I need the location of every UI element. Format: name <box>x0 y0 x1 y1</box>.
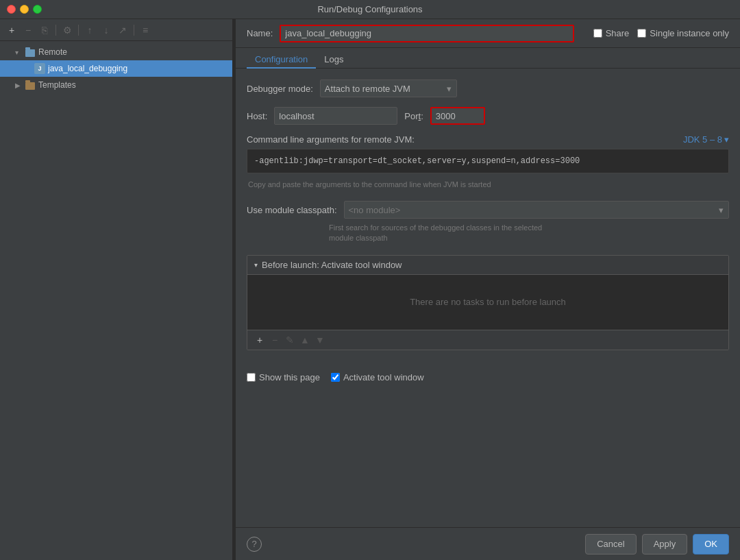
tab-logs-label: Logs <box>324 54 343 64</box>
apply-label: Apply <box>654 539 676 549</box>
port-label: Port: <box>404 111 423 121</box>
bl-up-button[interactable]: ▲ <box>298 333 312 347</box>
ok-label: OK <box>704 539 717 549</box>
bl-remove-button[interactable]: − <box>268 333 282 347</box>
sidebar-tree[interactable]: ▾ Remote J java_local_debugging ▶ <box>0 41 232 560</box>
module-select[interactable]: <no module> <box>344 201 729 219</box>
bl-up-icon: ▲ <box>300 334 310 345</box>
toolbar-separator-3 <box>134 25 134 36</box>
before-launch-title: Before launch: Activate tool window <box>262 260 402 270</box>
ok-button[interactable]: OK <box>693 534 729 555</box>
share-checkbox[interactable] <box>593 29 602 38</box>
name-input[interactable] <box>280 25 574 42</box>
bl-add-button[interactable]: + <box>253 333 267 347</box>
main-container: + − ⎘ ⚙ ↑ ↓ ↗ ≡ <box>0 19 740 560</box>
single-instance-checkbox[interactable] <box>637 29 646 38</box>
sidebar-item-java-local-debugging[interactable]: J java_local_debugging <box>0 60 232 77</box>
before-launch-section: ▾ Before launch: Activate tool window Th… <box>247 255 729 350</box>
show-page-checkbox[interactable] <box>247 373 256 382</box>
config-panel: Debugger mode: Attach to remote JVM List… <box>236 69 740 527</box>
copy-icon: ⎘ <box>42 25 47 36</box>
before-launch-header[interactable]: ▾ Before launch: Activate tool window <box>247 256 728 275</box>
single-instance-label: Single instance only <box>650 28 729 38</box>
classpath-row: Use module classpath: <no module> First … <box>247 201 729 245</box>
activate-window-checkbox-label[interactable]: Activate tool window <box>331 372 424 382</box>
no-tasks-text: There are no tasks to run before launch <box>410 297 566 307</box>
debugger-mode-label: Debugger mode: <box>247 84 313 94</box>
name-right-options: Share Single instance only <box>593 28 729 38</box>
arrow-up-button[interactable]: ↑ <box>82 23 97 38</box>
remote-label: Remote <box>38 47 67 57</box>
bl-edit-button[interactable]: ✎ <box>283 333 297 347</box>
classpath-header: Use module classpath: <no module> <box>247 201 729 219</box>
sort-icon: ≡ <box>143 25 148 36</box>
maximize-button[interactable] <box>33 5 42 14</box>
copy-config-button[interactable]: ⎘ <box>37 23 52 38</box>
jdk-chevron-icon: ▾ <box>724 134 729 145</box>
launch-checkboxes: Show this page Activate tool window <box>247 367 729 388</box>
title-bar: Run/Debug Configurations <box>0 0 740 19</box>
remove-config-button[interactable]: − <box>21 23 36 38</box>
bottom-bar: ? Cancel Apply OK <box>236 527 740 560</box>
minimize-button[interactable] <box>20 5 29 14</box>
show-page-checkbox-label[interactable]: Show this page <box>247 372 320 382</box>
jdk-link[interactable]: JDK 5 – 8 ▾ <box>683 134 729 145</box>
config-icon: J <box>34 63 45 74</box>
templates-icon <box>25 80 36 90</box>
activate-window-checkbox[interactable] <box>331 373 340 382</box>
cmd-header: Command line arguments for remote JVM: J… <box>247 134 729 145</box>
close-button[interactable] <box>7 5 16 14</box>
tab-configuration[interactable]: Configuration <box>247 51 316 69</box>
move-to-group-button[interactable]: ↗ <box>115 23 130 38</box>
bl-down-button[interactable]: ▼ <box>313 333 327 347</box>
port-input[interactable] <box>430 107 485 125</box>
tab-logs[interactable]: Logs <box>316 51 352 69</box>
before-launch-toolbar: + − ✎ ▲ ▼ <box>247 330 728 350</box>
tree-arrow-templates: ▶ <box>15 82 25 89</box>
toolbar-separator-2 <box>78 25 79 36</box>
bl-down-icon: ▼ <box>315 334 325 345</box>
host-input[interactable] <box>274 107 397 125</box>
config-file-icon: J <box>34 63 45 74</box>
traffic-lights[interactable] <box>7 5 42 14</box>
remote-folder-icon <box>25 47 36 58</box>
settings-button[interactable]: ⚙ <box>60 23 75 38</box>
cmd-value: -agentlib:jdwp=transport=dt_socket,serve… <box>254 156 580 166</box>
sidebar: + − ⎘ ⚙ ↑ ↓ ↗ ≡ <box>0 19 233 560</box>
debugger-mode-select[interactable]: Attach to remote JVM Listen to remote JV… <box>320 80 457 97</box>
config-label: java_local_debugging <box>48 64 127 73</box>
apply-button[interactable]: Apply <box>642 534 688 555</box>
cancel-button[interactable]: Cancel <box>585 534 636 555</box>
share-checkbox-label[interactable]: Share <box>593 28 630 38</box>
cancel-label: Cancel <box>597 539 624 549</box>
single-instance-checkbox-label[interactable]: Single instance only <box>637 28 729 38</box>
sort-button[interactable]: ≡ <box>138 23 153 38</box>
bottom-buttons: Cancel Apply OK <box>585 534 729 555</box>
arrow-up-icon: ↑ <box>88 25 92 36</box>
cmd-hint: Copy and paste the arguments to the comm… <box>247 178 729 191</box>
templates-label: Templates <box>38 80 76 90</box>
plus-icon: + <box>9 25 14 36</box>
content-area: Name: Share Single instance only Configu… <box>236 19 740 560</box>
module-select-wrapper[interactable]: <no module> <box>344 201 729 219</box>
tree-arrow-remote: ▾ <box>15 49 25 56</box>
name-label: Name: <box>247 28 273 38</box>
help-button[interactable]: ? <box>247 537 262 552</box>
debugger-mode-select-wrapper[interactable]: Attach to remote JVM Listen to remote JV… <box>320 80 457 97</box>
cmd-label: Command line arguments for remote JVM: <box>247 134 415 145</box>
share-label: Share <box>606 28 630 38</box>
activate-window-label: Activate tool window <box>343 372 424 382</box>
host-label: Host: <box>247 111 267 121</box>
arrow-down-icon: ↓ <box>104 25 109 36</box>
gear-icon: ⚙ <box>63 25 72 36</box>
cmd-box: -agentlib:jdwp=transport=dt_socket,serve… <box>247 149 729 173</box>
add-config-button[interactable]: + <box>4 23 19 38</box>
arrow-down-button[interactable]: ↓ <box>99 23 114 38</box>
show-page-label: Show this page <box>259 372 320 382</box>
tab-configuration-label: Configuration <box>255 54 308 64</box>
sidebar-item-templates[interactable]: ▶ Templates <box>0 77 232 93</box>
sidebar-toolbar: + − ⎘ ⚙ ↑ ↓ ↗ ≡ <box>0 19 232 41</box>
sidebar-item-remote[interactable]: ▾ Remote <box>0 44 232 60</box>
bl-remove-icon: − <box>272 334 278 345</box>
cmd-section: Command line arguments for remote JVM: J… <box>247 134 729 191</box>
